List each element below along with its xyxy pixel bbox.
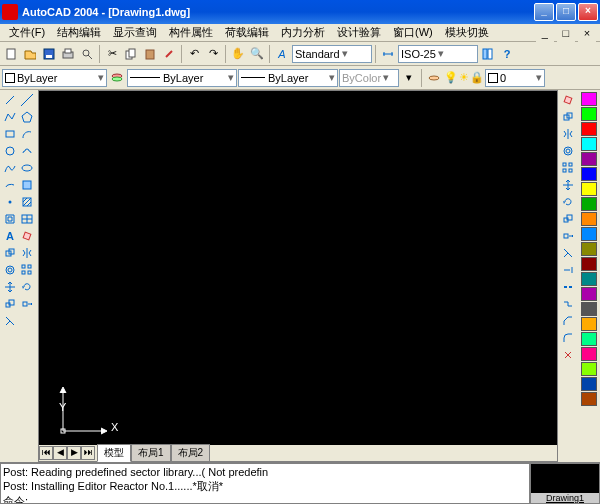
- point-button[interactable]: [2, 194, 18, 210]
- layer-props-button[interactable]: [108, 69, 126, 87]
- color-swatch[interactable]: [581, 362, 597, 376]
- plot-button[interactable]: [59, 45, 77, 63]
- color-combo[interactable]: ByColor▾: [339, 69, 399, 87]
- menu-structedit[interactable]: 结构编辑: [52, 24, 106, 41]
- table-button[interactable]: [19, 211, 35, 227]
- color-swatch[interactable]: [581, 92, 597, 106]
- tool-palette-button[interactable]: [479, 45, 497, 63]
- linetype-combo[interactable]: ByLayer▾: [127, 69, 237, 87]
- color-swatch[interactable]: [581, 242, 597, 256]
- color-swatch[interactable]: [581, 182, 597, 196]
- move-button[interactable]: [2, 279, 18, 295]
- color-swatch[interactable]: [581, 272, 597, 286]
- drawing-canvas[interactable]: Y X ⏮ ◀ ▶ ⏭ 模型 布局1 布局2: [39, 91, 557, 461]
- new-button[interactable]: [2, 45, 20, 63]
- color-swatch[interactable]: [581, 317, 597, 331]
- textstyle-combo[interactable]: Standard▾: [292, 45, 372, 63]
- tab-last-button[interactable]: ⏭: [81, 446, 95, 460]
- move-button[interactable]: [559, 177, 577, 193]
- tab-next-button[interactable]: ▶: [67, 446, 81, 460]
- revcloud-button[interactable]: [19, 143, 35, 159]
- color-swatch[interactable]: [581, 152, 597, 166]
- zoom-button[interactable]: 🔍: [248, 45, 266, 63]
- arc-button[interactable]: [19, 126, 35, 142]
- rotate-button[interactable]: [19, 279, 35, 295]
- color-swatch[interactable]: [581, 137, 597, 151]
- menu-compprops[interactable]: 构件属性: [164, 24, 218, 41]
- block-button[interactable]: [19, 177, 35, 193]
- array-button[interactable]: [19, 262, 35, 278]
- command-text[interactable]: Post: Reading predefined sector library.…: [0, 463, 530, 504]
- mirror-button[interactable]: [559, 126, 577, 142]
- pline-button[interactable]: [2, 109, 18, 125]
- color-swatch[interactable]: [581, 212, 597, 226]
- offset-button[interactable]: [2, 262, 18, 278]
- layer-tools-icon[interactable]: [425, 69, 443, 87]
- color-swatch[interactable]: [581, 332, 597, 346]
- copy-button[interactable]: [122, 45, 140, 63]
- rect-button[interactable]: [2, 126, 18, 142]
- join-button[interactable]: [559, 296, 577, 312]
- help-button[interactable]: ?: [498, 45, 516, 63]
- menu-window[interactable]: 窗口(W): [388, 24, 438, 41]
- preview-button[interactable]: [78, 45, 96, 63]
- open-button[interactable]: [21, 45, 39, 63]
- tab-first-button[interactable]: ⏮: [39, 446, 53, 460]
- extend-button[interactable]: [559, 262, 577, 278]
- color-swatch[interactable]: [581, 227, 597, 241]
- break-button[interactable]: [559, 279, 577, 295]
- dropdown-icon[interactable]: ▾: [400, 69, 418, 87]
- tab-layout1[interactable]: 布局1: [131, 444, 171, 462]
- undo-button[interactable]: ↶: [185, 45, 203, 63]
- erase-button[interactable]: [19, 228, 35, 244]
- color-swatch[interactable]: [581, 377, 597, 391]
- menu-file[interactable]: 文件(F): [4, 24, 50, 41]
- menu-forceanalysis[interactable]: 内力分析: [276, 24, 330, 41]
- spline-button[interactable]: [2, 160, 18, 176]
- earc-button[interactable]: [2, 177, 18, 193]
- minimize-button[interactable]: _: [534, 3, 554, 21]
- close-button[interactable]: ×: [578, 3, 598, 21]
- chamfer-button[interactable]: [559, 313, 577, 329]
- color-swatch[interactable]: [581, 287, 597, 301]
- matchprop-button[interactable]: [160, 45, 178, 63]
- rotate-button[interactable]: [559, 194, 577, 210]
- color-swatch[interactable]: [581, 347, 597, 361]
- mtext-button[interactable]: A: [2, 228, 18, 244]
- redo-button[interactable]: ↷: [204, 45, 222, 63]
- xline-button[interactable]: [19, 92, 35, 108]
- trim-button[interactable]: [2, 313, 18, 329]
- offset-button[interactable]: [559, 143, 577, 159]
- save-button[interactable]: [40, 45, 58, 63]
- dimstyle-combo[interactable]: ISO-25▾: [398, 45, 478, 63]
- pan-button[interactable]: ✋: [229, 45, 247, 63]
- ellipse-button[interactable]: [19, 160, 35, 176]
- trim-button[interactable]: [559, 245, 577, 261]
- array-button[interactable]: [559, 160, 577, 176]
- color-swatch[interactable]: [581, 257, 597, 271]
- color-swatch[interactable]: [581, 167, 597, 181]
- menu-module[interactable]: 模块切换: [440, 24, 494, 41]
- scale-button[interactable]: [2, 296, 18, 312]
- color-swatch[interactable]: [581, 107, 597, 121]
- region-button[interactable]: [2, 211, 18, 227]
- menu-viewquery[interactable]: 显示查询: [108, 24, 162, 41]
- maximize-button[interactable]: □: [556, 3, 576, 21]
- stretch-button[interactable]: [19, 296, 35, 312]
- erase-button[interactable]: [559, 92, 577, 108]
- polygon-button[interactable]: [19, 109, 35, 125]
- circle-button[interactable]: [2, 143, 18, 159]
- scale-button[interactable]: [559, 211, 577, 227]
- color-swatch[interactable]: [581, 392, 597, 406]
- tab-model[interactable]: 模型: [97, 444, 131, 462]
- mdi-minimize-button[interactable]: _: [536, 24, 554, 42]
- mirror-button[interactable]: [19, 245, 35, 261]
- paste-button[interactable]: [141, 45, 159, 63]
- hatch-button[interactable]: [19, 194, 35, 210]
- menu-loadedit[interactable]: 荷载编辑: [220, 24, 274, 41]
- dimstyle-icon[interactable]: [379, 45, 397, 63]
- layerstate-combo[interactable]: 0▾: [485, 69, 545, 87]
- copy-button[interactable]: [2, 245, 18, 261]
- textstyle-icon[interactable]: A: [273, 45, 291, 63]
- lineweight-combo[interactable]: ByLayer▾: [238, 69, 338, 87]
